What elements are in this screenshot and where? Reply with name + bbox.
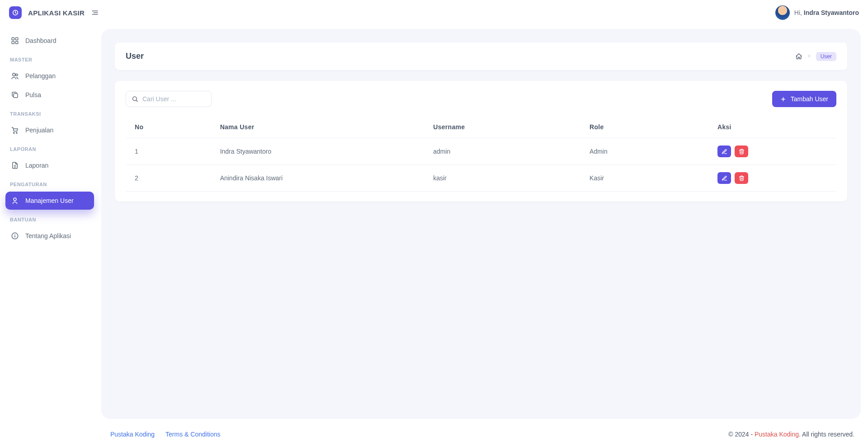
cell-role: Admin xyxy=(580,138,708,165)
cell-no: 2 xyxy=(126,165,211,192)
chevron-right-icon xyxy=(807,54,811,59)
svg-rect-10 xyxy=(14,94,18,98)
dashboard-icon xyxy=(11,37,19,45)
sidebar-item-pulsa[interactable]: Pulsa xyxy=(5,86,94,104)
table-row: 1 Indra Styawantoro admin Admin xyxy=(126,138,836,165)
table-header-no: No xyxy=(126,116,211,138)
plus-icon xyxy=(780,96,786,102)
main-content: User User xyxy=(101,29,861,419)
svg-rect-5 xyxy=(16,38,18,40)
svg-point-15 xyxy=(14,198,16,201)
sidebar-section-laporan: LAPORAN xyxy=(5,140,94,155)
footer-copyright: © 2024 - Pustaka Koding. All rights rese… xyxy=(728,431,854,438)
delete-button[interactable] xyxy=(735,146,748,157)
edit-button[interactable] xyxy=(717,146,731,157)
sidebar-item-tentang[interactable]: Tentang Aplikasi xyxy=(5,227,94,245)
sidebar-section-bantuan: BANTUAN xyxy=(5,211,94,226)
add-user-button[interactable]: Tambah User xyxy=(772,91,836,107)
add-user-button-label: Tambah User xyxy=(791,95,828,103)
home-icon[interactable] xyxy=(795,53,802,60)
cell-no: 1 xyxy=(126,138,211,165)
footer-link-pustaka[interactable]: Pustaka Koding xyxy=(110,431,155,438)
sidebar-item-penjualan[interactable]: Penjualan xyxy=(5,121,94,139)
svg-point-12 xyxy=(16,132,17,133)
svg-point-8 xyxy=(13,73,15,76)
sidebar-section-master: MASTER xyxy=(5,51,94,66)
page-title: User xyxy=(126,52,144,61)
menu-toggle[interactable] xyxy=(91,9,99,17)
sidebar: Dashboard MASTER Pelanggan Pulsa TRANSAK… xyxy=(0,25,99,423)
sidebar-item-pelanggan[interactable]: Pelanggan xyxy=(5,67,94,85)
info-icon xyxy=(11,232,19,240)
copy-icon xyxy=(11,91,19,99)
cell-username: admin xyxy=(424,138,580,165)
file-icon xyxy=(11,161,19,169)
sidebar-item-label: Laporan xyxy=(25,162,48,169)
app-title: APLIKASI KASIR xyxy=(28,9,85,17)
breadcrumb: User xyxy=(795,52,836,61)
app-logo xyxy=(9,6,22,19)
user-menu[interactable]: Hi, Indra Styawantoro xyxy=(775,5,859,20)
search-icon xyxy=(132,96,138,103)
table-row: 2 Anindira Nisaka Iswari kasir Kasir xyxy=(126,165,836,192)
svg-point-11 xyxy=(14,132,14,133)
svg-line-20 xyxy=(136,100,137,102)
sidebar-item-label: Dashboard xyxy=(25,37,57,44)
sidebar-section-pengaturan: PENGATURAN xyxy=(5,175,94,191)
users-icon xyxy=(11,72,19,80)
user-icon xyxy=(11,197,19,205)
sidebar-item-label: Pelanggan xyxy=(25,72,56,80)
cart-icon xyxy=(11,126,19,134)
svg-point-9 xyxy=(16,74,18,76)
delete-button[interactable] xyxy=(735,172,748,184)
sidebar-section-transaksi: TRANSAKSI xyxy=(5,105,94,120)
svg-rect-6 xyxy=(12,42,14,44)
table-header-role: Role xyxy=(580,116,708,138)
sidebar-item-label: Manajemen User xyxy=(25,197,74,204)
table-header-username: Username xyxy=(424,116,580,138)
cell-role: Kasir xyxy=(580,165,708,192)
cell-nama: Indra Styawantoro xyxy=(211,138,425,165)
table-header-aksi: Aksi xyxy=(708,116,836,138)
table-header-nama: Nama User xyxy=(211,116,425,138)
sidebar-item-label: Tentang Aplikasi xyxy=(25,232,71,239)
sidebar-item-label: Penjualan xyxy=(25,127,53,134)
sidebar-item-label: Pulsa xyxy=(25,91,41,99)
cell-username: kasir xyxy=(424,165,580,192)
breadcrumb-current: User xyxy=(816,52,836,61)
footer: Pustaka Koding Terms & Conditions © 2024… xyxy=(0,423,868,446)
edit-button[interactable] xyxy=(717,172,731,184)
user-greeting: Hi, Indra Styawantoro xyxy=(794,9,859,16)
sidebar-item-laporan[interactable]: Laporan xyxy=(5,156,94,174)
avatar xyxy=(775,5,790,20)
svg-rect-4 xyxy=(12,38,14,40)
cell-nama: Anindira Nisaka Iswari xyxy=(211,165,425,192)
user-table: No Nama User Username Role Aksi 1 Indra … xyxy=(126,116,836,192)
svg-rect-7 xyxy=(16,42,18,44)
search-input[interactable] xyxy=(126,91,212,107)
footer-link-terms[interactable]: Terms & Conditions xyxy=(165,431,220,438)
sidebar-item-manajemen-user[interactable]: Manajemen User xyxy=(5,192,94,210)
sidebar-item-dashboard[interactable]: Dashboard xyxy=(5,32,94,50)
